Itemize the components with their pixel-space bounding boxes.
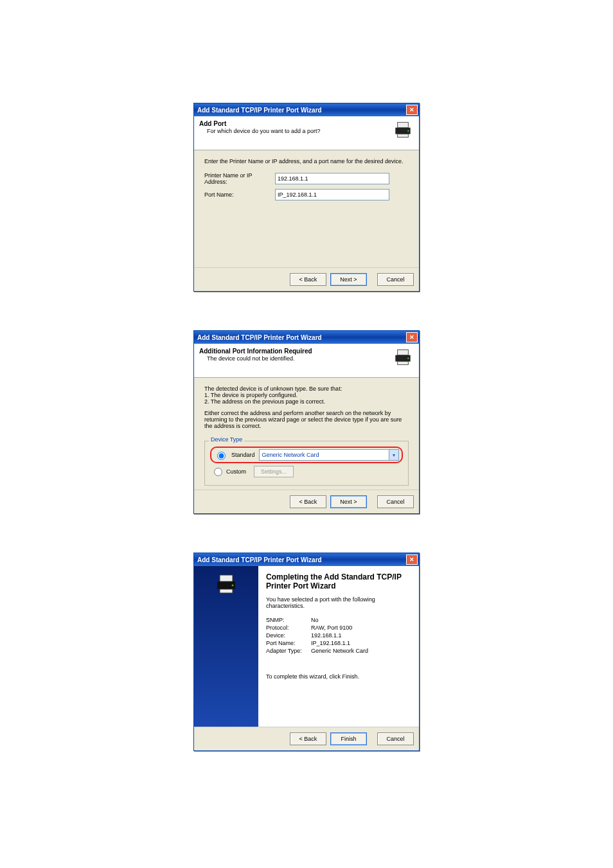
port-name-input[interactable]	[275, 189, 389, 200]
radio-standard-label: Standard	[231, 452, 255, 458]
kv-val: RAW, Port 9100	[311, 624, 352, 631]
wizard-header: Add Port For which device do you want to…	[194, 116, 419, 150]
printer-icon	[392, 120, 414, 139]
header-title: Add Port	[199, 120, 392, 127]
wizard-body: Enter the Printer Name or IP address, an…	[194, 150, 419, 267]
header-subtitle: The device could not be identified.	[207, 355, 392, 362]
label-ip-address: Printer Name or IP Address:	[204, 172, 275, 185]
wizard-body: Completing the Add Standard TCP/IP Print…	[194, 566, 419, 727]
back-button[interactable]: < Back	[290, 732, 326, 745]
radio-custom[interactable]	[214, 468, 222, 476]
titlebar[interactable]: Add Standard TCP/IP Printer Port Wizard …	[194, 553, 419, 566]
next-button[interactable]: Next >	[330, 495, 367, 508]
kv-val: No	[311, 617, 319, 623]
standard-row-highlight: Standard Generic Network Card ▾	[210, 447, 403, 463]
settings-button: Settings...	[254, 466, 294, 477]
ip-address-input[interactable]	[275, 173, 389, 184]
back-button[interactable]: < Back	[290, 273, 326, 286]
side-panel	[194, 566, 258, 727]
radio-standard[interactable]	[217, 452, 226, 460]
completion-title: Completing the Add Standard TCP/IP Print…	[266, 572, 411, 591]
detect-li-1: 1. The device is properly configured.	[204, 392, 409, 398]
back-button[interactable]: < Back	[290, 495, 326, 508]
wizard-add-port: Add Standard TCP/IP Printer Port Wizard …	[193, 103, 420, 292]
wizard-header: Additional Port Information Required The…	[194, 344, 419, 378]
wizard-completion: Add Standard TCP/IP Printer Port Wizard …	[193, 553, 420, 751]
svg-point-7	[407, 357, 409, 359]
svg-point-3	[407, 130, 409, 132]
close-icon[interactable]: ✕	[406, 332, 418, 342]
kv-key: SNMP:	[266, 617, 311, 623]
wizard-body: The detected device is of unknown type. …	[194, 378, 419, 490]
header-title: Additional Port Information Required	[199, 348, 392, 355]
svg-rect-1	[398, 122, 409, 127]
svg-rect-2	[398, 134, 409, 137]
label-port-name: Port Name:	[204, 191, 275, 198]
instruction-text: Enter the Printer Name or IP address, an…	[204, 158, 409, 164]
svg-rect-5	[398, 350, 409, 355]
radio-custom-label: Custom	[226, 468, 246, 475]
window-title: Add Standard TCP/IP Printer Port Wizard	[197, 556, 322, 563]
header-subtitle: For which device do you want to add a po…	[207, 128, 392, 134]
close-icon[interactable]: ✕	[406, 105, 418, 115]
next-button[interactable]: Next >	[330, 273, 367, 286]
kv-val: 192.168.1.1	[311, 632, 342, 639]
chevron-down-icon: ▾	[389, 450, 398, 460]
kv-val: IP_192.168.1.1	[311, 640, 350, 646]
kv-key: Adapter Type:	[266, 648, 311, 654]
kv-key: Port Name:	[266, 640, 311, 646]
dropdown-value: Generic Network Card	[262, 452, 319, 458]
button-bar: < Back Finish Cancel	[194, 727, 419, 750]
close-icon[interactable]: ✕	[406, 554, 418, 565]
svg-point-11	[232, 585, 234, 587]
device-type-dropdown[interactable]: Generic Network Card ▾	[259, 449, 399, 461]
svg-rect-6	[398, 362, 409, 365]
cancel-button[interactable]: Cancel	[377, 732, 414, 745]
device-type-group: Device Type Standard Generic Network Car…	[204, 441, 409, 486]
svg-rect-10	[220, 589, 233, 593]
kv-val: Generic Network Card	[311, 648, 368, 654]
detect-info-2: Either correct the address and perform a…	[204, 410, 409, 429]
finish-button[interactable]: Finish	[330, 732, 367, 745]
kv-key: Protocol:	[266, 624, 311, 631]
cancel-button[interactable]: Cancel	[377, 495, 414, 508]
completion-subtitle: You have selected a port with the follow…	[266, 596, 411, 609]
printer-icon	[213, 572, 239, 596]
completion-footer: To complete this wizard, click Finish.	[266, 673, 411, 680]
kv-key: Device:	[266, 632, 311, 639]
button-bar: < Back Next > Cancel	[194, 267, 419, 291]
cancel-button[interactable]: Cancel	[377, 273, 414, 286]
wizard-port-info: Add Standard TCP/IP Printer Port Wizard …	[193, 330, 420, 514]
titlebar[interactable]: Add Standard TCP/IP Printer Port Wizard …	[194, 331, 419, 344]
printer-icon	[392, 348, 414, 367]
detect-li-2: 2. The address on the previous page is c…	[204, 398, 409, 405]
svg-rect-9	[220, 575, 233, 581]
titlebar[interactable]: Add Standard TCP/IP Printer Port Wizard …	[194, 103, 419, 116]
detect-info-1: The detected device is of unknown type. …	[204, 385, 409, 392]
window-title: Add Standard TCP/IP Printer Port Wizard	[197, 334, 322, 341]
button-bar: < Back Next > Cancel	[194, 490, 419, 513]
group-title: Device Type	[209, 436, 244, 443]
window-title: Add Standard TCP/IP Printer Port Wizard	[197, 107, 322, 114]
